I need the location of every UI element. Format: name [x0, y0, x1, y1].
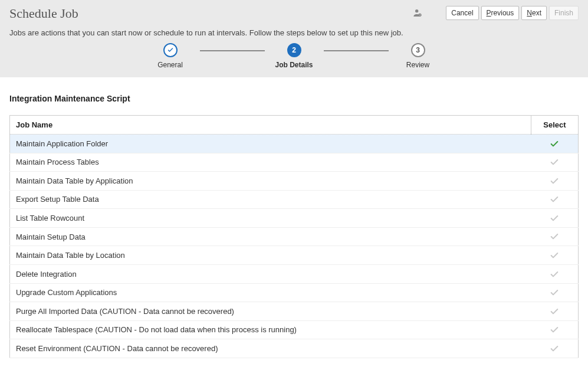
job-name-cell: Maintain Data Table by Location: [10, 246, 531, 265]
select-cell[interactable]: [531, 264, 579, 283]
table-row[interactable]: Maintain Application Folder: [10, 135, 579, 153]
wizard-step-review[interactable]: 3 Review: [389, 43, 448, 69]
th-select[interactable]: Select: [531, 116, 579, 135]
job-name-cell: Reallocate Tablespace (CAUTION - Do not …: [10, 320, 531, 339]
next-button[interactable]: Next: [521, 6, 547, 20]
table-row[interactable]: Maintain Setup Data: [10, 227, 579, 246]
job-name-cell: Maintain Data Table by Application: [10, 172, 531, 191]
checkmark-unselected-icon: [550, 288, 559, 297]
wizard-label-review: Review: [406, 61, 429, 69]
table-row[interactable]: Reset Environment (CAUTION - Data cannot…: [10, 339, 579, 358]
table-row[interactable]: List Table Rowcount: [10, 209, 579, 228]
header-region: Schedule Job Cancel Previous Next Finish…: [0, 0, 588, 77]
wizard-connector: [324, 50, 389, 51]
checkmark-unselected-icon: [550, 232, 559, 241]
wizard-connector: [200, 50, 265, 51]
select-cell[interactable]: [531, 190, 579, 209]
wizard-circle-current: 2: [287, 43, 301, 57]
job-name-cell: Delete Integration: [10, 264, 531, 283]
wizard: General 2 Job Details 3 Review: [9, 43, 579, 69]
section-title: Integration Maintenance Script: [9, 94, 579, 103]
check-icon: [167, 47, 174, 54]
previous-rest: revious: [491, 9, 514, 17]
select-cell[interactable]: [531, 339, 579, 358]
checkmark-selected-icon: [550, 139, 559, 149]
select-cell[interactable]: [531, 153, 579, 172]
checkmark-unselected-icon: [550, 158, 559, 167]
select-cell[interactable]: [531, 209, 579, 228]
previous-mnemonic: P: [487, 9, 491, 17]
job-name-cell: List Table Rowcount: [10, 209, 531, 228]
cancel-button[interactable]: Cancel: [446, 6, 478, 20]
select-cell[interactable]: [531, 302, 579, 321]
header-actions: Cancel Previous Next Finish: [413, 6, 579, 20]
checkmark-unselected-icon: [550, 251, 559, 260]
select-cell[interactable]: [531, 283, 579, 302]
table-row[interactable]: Maintain Process Tables: [10, 153, 579, 172]
checkmark-unselected-icon: [550, 214, 559, 223]
select-cell[interactable]: [531, 227, 579, 246]
checkmark-unselected-icon: [550, 270, 559, 279]
job-name-cell: Maintain Application Folder: [10, 135, 531, 153]
job-name-cell: Purge All Imported Data (CAUTION - Data …: [10, 302, 531, 321]
wizard-label-general: General: [157, 61, 183, 69]
wizard-circle-done: [163, 43, 178, 57]
intro-text: Jobs are actions that you can start now …: [9, 28, 579, 37]
checkmark-unselected-icon: [550, 176, 559, 186]
select-cell[interactable]: [531, 320, 579, 339]
select-cell[interactable]: [531, 172, 579, 191]
select-cell[interactable]: [531, 246, 579, 265]
job-name-cell: Maintain Setup Data: [10, 227, 531, 246]
job-name-cell: Upgrade Custom Applications: [10, 283, 531, 302]
table-row[interactable]: Maintain Data Table by Application: [10, 172, 579, 191]
wizard-label-job-details: Job Details: [275, 61, 313, 69]
th-job-name[interactable]: Job Name: [10, 116, 531, 135]
header-top: Schedule Job Cancel Previous Next Finish: [9, 6, 579, 26]
next-rest: ext: [532, 9, 541, 17]
select-cell[interactable]: [531, 135, 579, 153]
table-row[interactable]: Maintain Data Table by Location: [10, 246, 579, 265]
table-header-row: Job Name Select: [10, 116, 579, 135]
table-row[interactable]: Delete Integration: [10, 264, 579, 283]
svg-point-0: [415, 9, 418, 12]
job-name-cell: Reset Environment (CAUTION - Data cannot…: [10, 339, 531, 358]
finish-button: Finish: [549, 6, 579, 20]
wizard-circle-pending: 3: [411, 43, 425, 57]
job-name-cell: Export Setup Table Data: [10, 190, 531, 209]
checkmark-unselected-icon: [550, 344, 559, 353]
checkmark-unselected-icon: [550, 195, 559, 204]
table-row[interactable]: Upgrade Custom Applications: [10, 283, 579, 302]
table-row[interactable]: Reallocate Tablespace (CAUTION - Do not …: [10, 320, 579, 339]
content: Integration Maintenance Script Job Name …: [0, 77, 588, 368]
job-table: Job Name Select Maintain Application Fol…: [9, 115, 579, 358]
checkmark-unselected-icon: [550, 325, 559, 335]
previous-button[interactable]: Previous: [481, 6, 520, 20]
page-title: Schedule Job: [9, 6, 78, 21]
table-row[interactable]: Export Setup Table Data: [10, 190, 579, 209]
checkmark-unselected-icon: [550, 307, 559, 316]
wizard-step-job-details[interactable]: 2 Job Details: [265, 43, 324, 69]
wizard-step-general[interactable]: General: [141, 43, 200, 69]
table-row[interactable]: Purge All Imported Data (CAUTION - Data …: [10, 302, 579, 321]
job-name-cell: Maintain Process Tables: [10, 153, 531, 172]
next-mnemonic: N: [527, 9, 532, 17]
user-icon[interactable]: [413, 8, 422, 18]
